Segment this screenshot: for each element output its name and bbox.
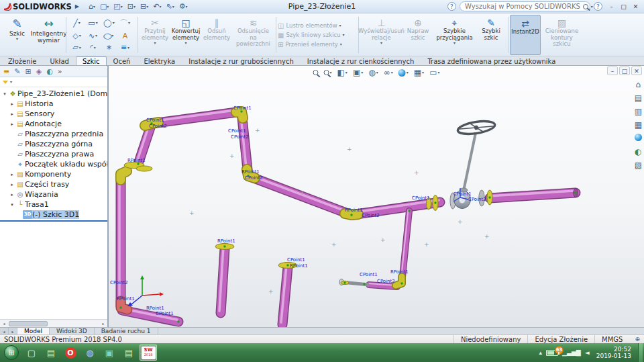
dropdown-arrow-icon[interactable]: ▾ — [127, 46, 129, 50]
dropdown-arrow-icon[interactable]: ▾ — [437, 71, 439, 75]
dropdown-arrow-icon[interactable]: ▾ — [16, 37, 18, 41]
view-palette-tab[interactable]: ▦ — [635, 120, 642, 130]
command-tab-trasa-zdefiniowana-przez-u-ytkownika[interactable]: Trasa zdefiniowana przez użytkownika — [421, 56, 562, 65]
ribbon-button-trim-entities[interactable]: ✂Przytnij elementy▾ — [140, 15, 170, 55]
doc-minimize-button[interactable]: – — [607, 66, 618, 75]
sketch-tool-parallelogram[interactable]: ▱▾ — [69, 43, 85, 52]
undo-button[interactable]: ↶▾ — [152, 2, 162, 11]
sketch-tool-point[interactable]: ∗ — [101, 43, 117, 52]
ribbon-button-surface-offset[interactable]: ≋Odsunięcie na powierzchni — [232, 15, 274, 55]
display-manager-tab-icon[interactable]: ◐ — [46, 67, 53, 76]
tree-item-p-aszczyzna-przednia[interactable]: ▱Płaszczyzna przednia — [0, 129, 107, 139]
dropdown-arrow-icon[interactable]: ▾ — [79, 46, 81, 50]
sketch-tool-arc[interactable]: ⌒▾ — [117, 18, 133, 28]
tree-item-trasa1[interactable]: ▾└Trasa1 — [0, 199, 107, 210]
dropdown-arrow-icon[interactable]: ▾ — [78, 21, 80, 25]
sketch-tool-spline[interactable]: ∿▾ — [85, 32, 101, 40]
doc-close-button[interactable]: ✕ — [631, 66, 642, 75]
custom-properties-tab[interactable]: ▧ — [635, 161, 642, 170]
taskbar-folder[interactable]: ▤ — [120, 345, 138, 361]
minimize-button[interactable]: – — [606, 2, 617, 11]
command-tab-z-o-enie[interactable]: Złożenie — [1, 56, 43, 65]
tree-item-komponenty[interactable]: ▸▤Komponenty — [0, 169, 107, 179]
command-tab-uk-ad[interactable]: Układ — [43, 56, 75, 65]
tab-widoki-3d[interactable]: Widoki 3D — [50, 328, 95, 334]
save-button[interactable]: ⊡▾ — [126, 2, 137, 11]
command-tab-elektryka[interactable]: Elektryka — [137, 56, 182, 65]
viewport-tool-zoom-to-area[interactable]: ▾ — [324, 70, 332, 75]
tab-model[interactable]: Model — [17, 328, 50, 334]
appearances-tab[interactable] — [635, 134, 642, 143]
tree-item-cz-ci-trasy[interactable]: ▸▤Części trasy — [0, 179, 107, 189]
sketch-tool-circle[interactable]: ◯▾ — [101, 18, 117, 28]
rollback-bar[interactable] — [0, 220, 107, 222]
expand-arrow-icon[interactable]: ▸ — [9, 182, 15, 187]
scroll-right-icon[interactable]: ▸ — [99, 321, 107, 326]
scrollbar-thumb[interactable] — [9, 321, 48, 326]
sketch-tool-rectangle[interactable]: ▭▾ — [85, 18, 101, 28]
tab-badanie-ruchu-1[interactable]: Badanie ruchu 1 — [95, 328, 158, 334]
dropdown-arrow-icon[interactable]: ▾ — [128, 21, 130, 25]
tree-item-sensory[interactable]: ▸▤Sensory — [0, 109, 107, 119]
open-document-button[interactable]: ◰▾ — [112, 2, 123, 11]
ribbon-button-move-entities[interactable]: ⊞Przenieś elementy▾ — [278, 41, 357, 48]
doc-restore-button[interactable]: □ — [619, 66, 630, 75]
scenes-tab[interactable]: ◐ — [635, 147, 641, 156]
dropdown-arrow-icon[interactable]: ▾ — [113, 21, 115, 25]
ribbon-button-sketch[interactable]: ✎Szkic▾ — [1, 15, 33, 55]
tree-item-pipe-23-z-o-enie1-domy-lna-stan-w[interactable]: ▾❖Pipe_23-Złożenie1 (Domyślna<Stan w — [0, 89, 107, 99]
dropdown-arrow-icon[interactable]: ▾ — [94, 46, 96, 50]
expand-pane-tab-icon[interactable]: » — [58, 67, 62, 76]
dropdown-arrow-icon[interactable]: ▾ — [95, 34, 97, 38]
dropdown-arrow-icon[interactable]: ▾ — [376, 71, 378, 75]
tree-item-adnotacje[interactable]: ▸▤Adnotacje — [0, 119, 107, 129]
viewport-tool-apply-scene[interactable]: ▦▾ — [414, 68, 424, 77]
dropdown-arrow-icon[interactable]: ▾ — [330, 71, 332, 75]
viewport-tool-zoom-to-fit[interactable] — [313, 70, 319, 75]
sketch-tool-text[interactable]: A — [117, 32, 133, 40]
command-tab-instalacje-z-rur-cienko-ciennych[interactable]: Instalacje z rur cienkościennych — [301, 56, 421, 65]
tree-item-historia[interactable]: ▸▤Historia — [0, 99, 107, 109]
filter-dropdown-icon[interactable]: ▾ — [10, 80, 12, 84]
design-library-tab[interactable]: ▤ — [635, 93, 642, 103]
home-button[interactable]: ⌂▾ — [87, 2, 97, 11]
flanges[interactable] — [124, 162, 492, 284]
dropdown-arrow-icon[interactable]: ▾ — [391, 71, 393, 75]
search-dropdown-icon[interactable]: ▾ — [591, 5, 593, 9]
new-document-button[interactable]: ▢▾ — [99, 2, 110, 11]
dropdown-arrow-icon[interactable]: ▾ — [79, 34, 81, 38]
horizontal-scrollbar[interactable]: ◂ ▸ — [0, 319, 107, 327]
configuration-manager-tab-icon[interactable]: ⊞ — [25, 67, 31, 76]
taskbar-media-app[interactable]: ◍ — [81, 345, 99, 361]
command-tab-szkic[interactable]: Szkic — [76, 56, 107, 65]
print-button[interactable]: ⊟▾ — [139, 2, 150, 11]
command-tab-oce[interactable]: Oceń — [107, 56, 138, 65]
battery-icon[interactable]: 63 — [546, 350, 558, 356]
dimxpert-manager-tab-icon[interactable]: ◈ — [36, 67, 42, 76]
viewport-tool-hide-show-items[interactable]: ∞▾ — [384, 68, 393, 77]
help-icon[interactable]: ? — [447, 2, 456, 11]
viewport-tool-section-view[interactable]: ◧▾ — [337, 68, 347, 77]
selected-elbow[interactable] — [121, 301, 127, 310]
ribbon-button-rapid-sketch[interactable]: ✎Szybki szkic — [476, 15, 506, 55]
expand-arrow-icon[interactable]: ▸ — [9, 122, 15, 127]
home-tab[interactable]: ⌂ — [636, 80, 641, 89]
tab-scroll-left-icon[interactable]: ◂ — [0, 328, 9, 334]
handwheel[interactable] — [457, 119, 496, 136]
tab-scroll-right-icon[interactable]: ▸ — [9, 328, 17, 334]
property-manager-tab-icon[interactable]: ✎ — [14, 67, 20, 76]
maximize-button[interactable]: □ — [618, 2, 629, 11]
sketch-tool-construction-line[interactable]: ≡▾ — [117, 43, 133, 52]
viewport-tool-view-orientation[interactable]: ▣▾ — [353, 68, 363, 77]
dropdown-arrow-icon[interactable]: ▾ — [345, 71, 347, 75]
show-desktop-button[interactable] — [638, 343, 643, 362]
ribbon-button-offset-entities[interactable]: ∥Odsuń elementy — [201, 15, 232, 55]
feature-manager-tab-icon[interactable]: ≡ — [3, 67, 9, 76]
viewport-tool-display-style[interactable]: ◍▾ — [368, 68, 378, 77]
taskbar-app-window[interactable]: ▢ — [23, 345, 40, 361]
file-explorer-tab[interactable]: ▥ — [635, 107, 642, 116]
dropdown-arrow-icon[interactable]: ▾ — [96, 21, 98, 25]
graphics-viewport[interactable]: RPoint1CPoint1CPoint2CPoint1CPoint1CPoin… — [109, 66, 644, 327]
expand-arrow-icon[interactable]: ▸ — [9, 192, 15, 197]
options-gear-button[interactable]: ⚙▾ — [178, 2, 189, 11]
